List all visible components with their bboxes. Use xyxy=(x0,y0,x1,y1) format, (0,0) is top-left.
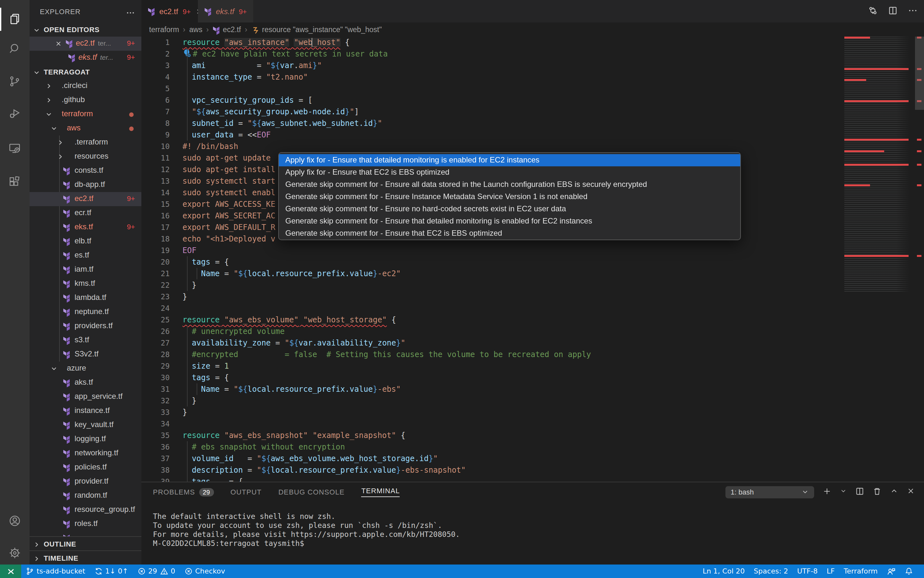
minimap[interactable] xyxy=(842,37,915,482)
status-encoding[interactable]: UTF-8 xyxy=(792,565,822,578)
open-editor-ec2.tf[interactable]: ec2.tfter...9+ xyxy=(29,37,142,51)
editor-actions xyxy=(868,0,917,23)
tree-item-ec2.tf[interactable]: ec2.tf9+ xyxy=(29,192,142,206)
tree-item-consts.tf[interactable]: consts.tf xyxy=(29,164,142,178)
quick-fix-item[interactable]: Apply fix for - Ensure that detailed mon… xyxy=(279,154,740,166)
tree-item-policies.tf[interactable]: policies.tf xyxy=(29,461,142,475)
terminal-output[interactable]: The default interactive shell is now zsh… xyxy=(142,502,924,548)
split-editor-icon[interactable] xyxy=(888,5,898,17)
tree-item-S3v2.tf[interactable]: S3v2.tf xyxy=(29,347,142,362)
tree-item-key_vault.tf[interactable]: key_vault.tf xyxy=(29,418,142,432)
status-sync-status[interactable]: 1↓ 0↑ xyxy=(90,565,133,578)
tree-item-resources[interactable]: resources xyxy=(29,149,142,164)
tree-item-lambda.tf[interactable]: lambda.tf xyxy=(29,291,142,305)
account-icon[interactable] xyxy=(0,506,29,536)
status-feedback[interactable] xyxy=(882,565,900,578)
chevron-down-icon[interactable] xyxy=(840,487,847,497)
project-section-header[interactable]: TERRAGOAT xyxy=(29,65,142,79)
open-editor-eks.tf[interactable]: eks.tfter...9+ xyxy=(29,51,142,65)
tree-item-db-app.tf[interactable]: db-app.tf xyxy=(29,178,142,192)
outline-section-header[interactable]: OUTLINE xyxy=(29,536,142,551)
quick-fix-item[interactable]: Generate skip comment for - Ensure Insta… xyxy=(279,191,740,203)
tree-item-providers.tf[interactable]: providers.tf xyxy=(29,319,142,333)
close-icon[interactable] xyxy=(55,40,62,49)
quick-fix-item[interactable]: Generate skip comment for - Ensure no ha… xyxy=(279,203,740,215)
panel-tab-debug-console[interactable]: DEBUG CONSOLE xyxy=(278,488,345,496)
breadcrumb-segment[interactable]: resource "aws_instance" "web_host" xyxy=(251,25,382,34)
tree-item-.github[interactable]: .github xyxy=(29,93,142,107)
tree-item-app_service.tf[interactable]: app_service.tf xyxy=(29,390,142,404)
explorer-icon[interactable] xyxy=(0,5,29,34)
tree-item-networking.tf[interactable]: networking.tf xyxy=(29,446,142,461)
tree-item-es.tf[interactable]: es.tf xyxy=(29,248,142,263)
code-editor[interactable]: 1resource "aws_instance" "web_host" {2# … xyxy=(142,37,924,482)
status-language-mode[interactable]: Terraform xyxy=(839,565,882,578)
breadcrumb[interactable]: terraform›aws›ec2.tf›resource "aws_insta… xyxy=(142,23,924,37)
quick-fix-item[interactable]: Generate skip comment for - Ensure all d… xyxy=(279,179,740,191)
tree-item-kms.tf[interactable]: kms.tf xyxy=(29,277,142,291)
compare-changes-icon[interactable] xyxy=(868,5,878,17)
code-line: 8 subnet_id = "${aws_subnet.web_subnet.i… xyxy=(142,117,842,129)
tree-item-.circleci[interactable]: .circleci xyxy=(29,79,142,93)
tree-item-neptune.tf[interactable]: neptune.tf xyxy=(29,305,142,319)
split-terminal-icon[interactable] xyxy=(855,487,864,497)
terminal-shell-select[interactable]: 1: bash xyxy=(726,486,814,498)
more-actions-icon[interactable] xyxy=(126,8,135,19)
settings-gear-icon[interactable] xyxy=(0,538,29,568)
more-actions-icon[interactable] xyxy=(908,5,917,17)
status-notifications[interactable] xyxy=(900,565,917,578)
terraform-file-icon xyxy=(63,180,71,192)
panel-tab-output[interactable]: OUTPUT xyxy=(230,488,262,496)
timeline-section-header[interactable]: TIMELINE xyxy=(29,550,142,565)
quick-fix-item[interactable]: Apply fix for - Ensure that EC2 is EBS o… xyxy=(279,166,740,179)
search-icon[interactable] xyxy=(0,34,29,63)
extensions-icon[interactable] xyxy=(0,167,29,197)
terraform-file-icon xyxy=(63,223,71,234)
tree-item-iam.tf[interactable]: iam.tf xyxy=(29,263,142,277)
tree-item-.terraform[interactable]: .terraform xyxy=(29,135,142,149)
status-cursor-position[interactable]: Ln 1, Col 20 xyxy=(698,565,749,578)
open-editors-section-header[interactable]: OPEN EDITORS xyxy=(29,23,142,37)
quick-fix-item[interactable]: Generate skip comment for - Ensure that … xyxy=(279,215,740,227)
tab-eks.tf[interactable]: eks.tf9+ xyxy=(198,0,254,23)
tree-item-ecr.tf[interactable]: ecr.tf xyxy=(29,206,142,220)
status-eol[interactable]: LF xyxy=(822,565,839,578)
close-panel-icon[interactable] xyxy=(907,487,915,497)
item-label: resources xyxy=(75,151,108,161)
tree-item-s3.tf[interactable]: s3.tf xyxy=(29,333,142,347)
status-indentation[interactable]: Spaces: 2 xyxy=(749,565,792,578)
tree-item-eks.tf[interactable]: eks.tf9+ xyxy=(29,220,142,234)
code-line: 29 size = 1 xyxy=(142,360,842,372)
status-remote-indicator[interactable] xyxy=(0,565,21,578)
tree-item-roles.tf[interactable]: roles.tf xyxy=(29,517,142,531)
breadcrumb-segment[interactable]: ec2.tf xyxy=(213,25,241,34)
tree-item-terraform[interactable]: terraform xyxy=(29,107,142,122)
status-git-branch[interactable]: ts-add-bucket xyxy=(21,565,90,578)
breadcrumb-segment[interactable]: terraform xyxy=(149,26,179,33)
panel-tab-problems[interactable]: PROBLEMS29 xyxy=(153,488,214,496)
tree-item-aks.tf[interactable]: aks.tf xyxy=(29,376,142,390)
tab-label: ec2.tf xyxy=(159,7,178,16)
tree-item-azure[interactable]: azure xyxy=(29,362,142,376)
tree-item-logging.tf[interactable]: logging.tf xyxy=(29,432,142,446)
panel-tab-label: PROBLEMS xyxy=(153,488,195,496)
run-debug-icon[interactable] xyxy=(0,99,29,128)
tree-item-aws[interactable]: aws xyxy=(29,122,142,135)
quick-fix-item[interactable]: Generate skip comment for - Ensure that … xyxy=(279,227,740,240)
new-terminal-icon[interactable] xyxy=(823,487,831,497)
tree-item-random.tf[interactable]: random.tf xyxy=(29,489,142,503)
status-problems-summary[interactable]: 290 xyxy=(133,565,180,578)
source-control-icon[interactable] xyxy=(0,67,29,96)
tree-item-elb.tf[interactable]: elb.tf xyxy=(29,234,142,248)
tree-item-provider.tf[interactable]: provider.tf xyxy=(29,475,142,489)
item-label: .terraform xyxy=(75,138,108,146)
tree-item-resource_group.tf[interactable]: resource_group.tf xyxy=(29,503,142,517)
status-checkov[interactable]: Checkov xyxy=(180,565,229,578)
kill-terminal-icon[interactable] xyxy=(873,487,882,497)
panel-tab-terminal[interactable]: TERMINAL xyxy=(361,487,400,497)
tree-item-instance.tf[interactable]: instance.tf xyxy=(29,404,142,418)
scrollbar[interactable] xyxy=(915,37,924,110)
remote-explorer-icon[interactable] xyxy=(0,133,29,163)
maximize-panel-icon[interactable] xyxy=(890,487,898,497)
breadcrumb-segment[interactable]: aws xyxy=(189,26,202,33)
